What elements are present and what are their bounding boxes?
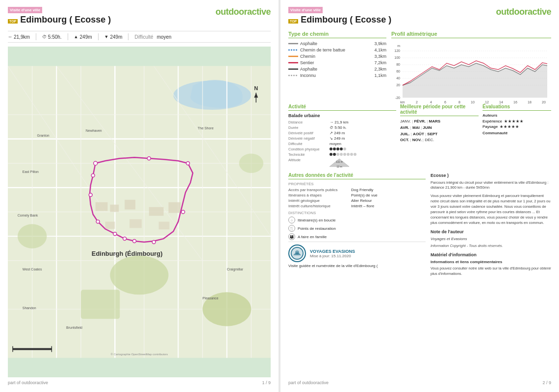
chemin-dist-3: 3,3km [372, 54, 386, 59]
svg-point-101 [295, 250, 299, 254]
chemin-name-1: Asphalte [300, 41, 370, 46]
val-condition [330, 147, 396, 151]
stat-difficulty: Difficulté moyen [134, 34, 171, 40]
profile-section: Profil altimétrique m 120 100 80 60 40 2… [391, 31, 551, 100]
pay-label: Paysage [483, 124, 498, 129]
svg-point-22 [110, 256, 168, 294]
svg-rect-30 [149, 207, 164, 216]
prop-grid: Accès par transports publics Dog Friendl… [288, 188, 426, 208]
val-denivelep: ↗ 249 m [330, 131, 396, 135]
chemin-name-6: Inconnu [300, 73, 370, 78]
chemin-dist-2: 4,1km [372, 48, 386, 52]
stat-duration: ⏱ 5:50h. [42, 34, 62, 40]
svg-text:60: 60 [396, 70, 400, 73]
voyages-logo [288, 245, 306, 262]
page1-tag-visite: Visite d'une ville [8, 7, 42, 13]
materiel-title: Matériel d'information [431, 252, 551, 258]
chemin-section: Type de chemin Asphalte 3,9km Chemin de … [288, 31, 386, 100]
page2-title: Edimbourg ( Ecosse ) [301, 15, 391, 25]
profile-chart: m 120 100 80 60 40 20 -20 [391, 41, 551, 100]
page1-map: Edinburgh (Édimbourg) N Granton Newhaven… [8, 47, 271, 377]
svg-text:The Shore: The Shore [198, 126, 214, 130]
chemin-dist-5: 2,3km [372, 67, 386, 72]
page2-footer-brand: part of outdooractive [288, 380, 329, 385]
voyages-section: VOYAGES EVASIONS Mise à jour: 15.11.2020 [288, 242, 426, 262]
eval-experience: Expérience [483, 119, 551, 123]
svg-text:111 m: 111 m [336, 160, 343, 163]
duration-icon: ⏱ [42, 34, 47, 39]
svg-point-44 [133, 240, 136, 243]
svg-text:20: 20 [542, 100, 546, 104]
activite-subtitle: Balade urbaine [288, 113, 396, 118]
svg-text:© Cartographie OpenStreetMap c: © Cartographie OpenStreetMap contributor… [111, 353, 168, 356]
distance-icon: ↔ [8, 34, 12, 39]
autres-left: Autres données de l'activité Propriétés … [288, 172, 426, 279]
climb-icon: ▲ [74, 34, 78, 39]
svg-point-25 [18, 224, 47, 248]
difficulty-value: moyen [157, 34, 172, 40]
page-1: Visite d'une ville TOP Edimbourg ( Ecoss… [0, 0, 279, 392]
val-altitude: 111 m 12 m [330, 158, 396, 169]
svg-text:12: 12 [485, 100, 489, 104]
prop-val-2: Point(s) de vue [351, 193, 426, 197]
page2-brand: outdooractive [496, 7, 551, 17]
stat-sep2 [68, 33, 68, 40]
svg-text:Bruntsfield: Bruntsfield [66, 326, 82, 329]
distinction-icon-3: 👨‍👩‍👧 [288, 233, 295, 240]
chemin-row-4: Sentier 7,2km [288, 60, 386, 65]
svg-text:6: 6 [444, 100, 446, 104]
page2-tag-visite: Visite d'une ville [288, 7, 323, 13]
chemin-line-5 [288, 68, 298, 71]
stat-sep3 [98, 33, 99, 40]
page1-footer: part of outdooractive 1 / 9 [8, 380, 271, 385]
chemin-line-1 [288, 42, 298, 45]
page1-footer-page: 1 / 9 [262, 380, 271, 385]
activite-box: Activité Balade urbaine Distance → 21,9 … [288, 104, 396, 169]
prop-section-title: Propriétés [288, 182, 426, 186]
distinction-icon-2: 🍴 [288, 225, 295, 232]
page2-header: Visite d'une ville TOP Edimbourg ( Ecoss… [288, 7, 551, 28]
chemin-dist-6: 1,1km [372, 73, 386, 78]
svg-rect-50 [13, 348, 51, 350]
svg-point-35 [94, 161, 98, 165]
exp-label: Expérience [483, 119, 502, 123]
svg-text:Shandon: Shandon [23, 306, 36, 310]
prop-key-1: Accès par transports publics [288, 188, 347, 192]
stat-distance: ↔ 21,9km [8, 34, 30, 40]
climb-value: 249m [80, 34, 92, 40]
svg-point-42 [113, 232, 117, 236]
chemin-table: Asphalte 3,9km Chemin de terre battue 4,… [288, 41, 386, 78]
svg-text:40: 40 [396, 76, 400, 80]
svg-text:Comely Bank: Comely Bank [18, 214, 38, 218]
distinction-icon-1: ○ [288, 217, 295, 223]
eval-paysage: Paysage [483, 124, 551, 129]
right-note-italic: Voyages et Evasions [431, 236, 551, 242]
distinctions-title: Distinctions [288, 211, 426, 215]
svg-rect-34 [159, 221, 170, 229]
page1-stats: ↔ 21,9km ⏱ 5:50h. ▲ 249m ▼ 249m Difficul… [8, 31, 271, 43]
svg-text:8: 8 [458, 100, 460, 104]
prop-key-2: Itinéraires à étapes [288, 193, 347, 197]
stat-descent: ▼ 249m [104, 34, 123, 40]
right-copyright: Information Copyright - Tous droits rése… [431, 244, 551, 249]
chemin-line-6 [288, 74, 298, 77]
distinction-label-2: Points de restauration [298, 226, 336, 231]
label-duree: Durée [288, 125, 328, 130]
svg-text:East Pilton: East Pilton [23, 170, 39, 173]
svg-text:Newhaven: Newhaven [86, 129, 102, 132]
evaluations-box: Évaluations Auteurs Expérience Paysage [483, 104, 551, 169]
svg-rect-31 [169, 202, 181, 213]
svg-text:120: 120 [394, 49, 400, 52]
page2-tag: Visite d'une ville [288, 7, 391, 13]
distinction-1: ○ Itinéraire(s) en boucle [288, 217, 426, 223]
val-distance: → 21,9 km [330, 120, 396, 124]
chemin-row-2: Chemin de terre battue 4,1km [288, 48, 386, 52]
prop-val-4: Intérêt – flore [351, 204, 426, 208]
visite-text: Visite guidée et numérotée de la ville d… [288, 264, 426, 268]
distinction-3: 👨‍👩‍👧 A faire en famille [288, 233, 426, 240]
chemin-row-6: Inconnu 1,1km [288, 73, 386, 78]
chemin-row-5: Asphalte 2,3km [288, 67, 386, 72]
stat-climb: ▲ 249m [74, 34, 92, 40]
label-denivelep: Dénivelé positif [288, 131, 328, 135]
label-denivelen: Dénivelé négatif [288, 136, 328, 141]
